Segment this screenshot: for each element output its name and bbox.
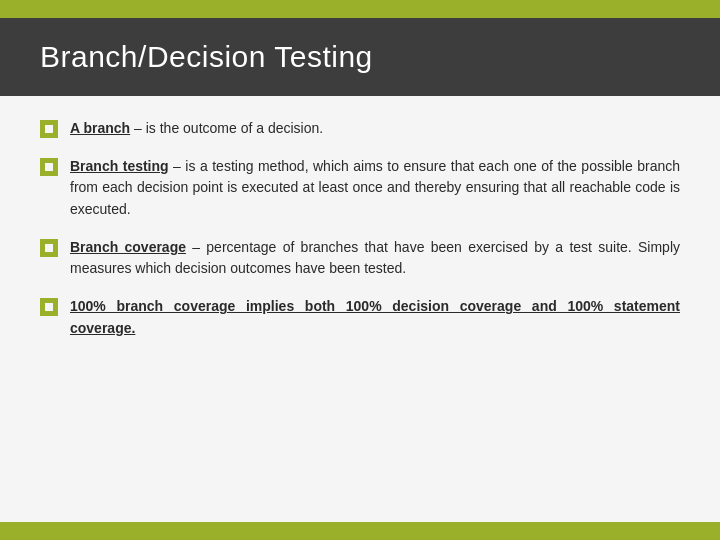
bullet-item-1: A branch – is the outcome of a decision. xyxy=(40,118,680,140)
bullet-icon-2 xyxy=(40,158,58,176)
bullet-item-3: Branch coverage – percentage of branches… xyxy=(40,237,680,280)
bullet-text-3: Branch coverage – percentage of branches… xyxy=(70,237,680,280)
term-1: A branch xyxy=(70,120,130,136)
bullet-icon-4 xyxy=(40,298,58,316)
bullet-icon-3 xyxy=(40,239,58,257)
bullet-rest-1: – is the outcome of a decision. xyxy=(130,120,323,136)
slide-header: Branch/Decision Testing xyxy=(0,18,720,96)
slide-container: Branch/Decision Testing A branch – is th… xyxy=(0,0,720,540)
term-3: Branch coverage xyxy=(70,239,186,255)
bottom-bar xyxy=(0,522,720,540)
bullet-icon-1 xyxy=(40,120,58,138)
bullet-item-2: Branch testing – is a testing method, wh… xyxy=(40,156,680,221)
term-4: 100% branch coverage implies both 100% d… xyxy=(70,298,680,336)
slide-content: A branch – is the outcome of a decision.… xyxy=(0,96,720,522)
bullet-text-4: 100% branch coverage implies both 100% d… xyxy=(70,296,680,339)
bullet-text-2: Branch testing – is a testing method, wh… xyxy=(70,156,680,221)
slide-title: Branch/Decision Testing xyxy=(40,40,680,74)
bullet-item-4: 100% branch coverage implies both 100% d… xyxy=(40,296,680,339)
top-bar xyxy=(0,0,720,18)
bullet-text-1: A branch – is the outcome of a decision. xyxy=(70,118,323,140)
term-2: Branch testing xyxy=(70,158,169,174)
